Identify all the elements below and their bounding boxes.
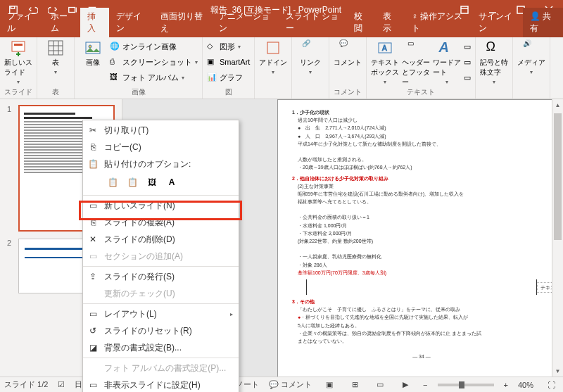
ctx-copy-label: コピー(C) (104, 141, 141, 153)
media-label: メディア (517, 58, 545, 68)
paste-picture[interactable]: 🖼 (144, 174, 160, 191)
tab-review[interactable]: 校閲 (347, 8, 376, 37)
textbox-icon: A (377, 39, 393, 56)
online-pictures-button[interactable]: 🌐オンライン画像 (110, 39, 198, 53)
tab-design[interactable]: デザイン (109, 8, 153, 37)
scissors-icon: ✂ (87, 125, 99, 136)
chart-button[interactable]: 📊グラフ (207, 70, 250, 84)
zoom-out-button[interactable]: − (423, 381, 427, 389)
media-icon: 🔊 (523, 39, 540, 56)
group-addins: アドイン▾ (255, 37, 292, 99)
symbols-label: 記号と特殊文字 (480, 58, 508, 77)
spellcheck-icon[interactable]: ☑ (58, 380, 65, 389)
tab-file[interactable]: ファイル (0, 8, 44, 37)
ctx-separator (83, 303, 239, 304)
slide-text: ・企業々の構築策等は、独自の奨励金制度を作下降傾向が抜本的に止 まとまった試 (298, 329, 551, 337)
smartart-icon: ▣ (207, 57, 217, 67)
table-button[interactable]: 表▾ (42, 39, 70, 75)
text-more-2[interactable]: ▭ (464, 55, 471, 69)
smartart-button[interactable]: ▣SmartArt (207, 55, 250, 69)
ctx-copy[interactable]: ⎘コピー(C) (83, 139, 239, 156)
slide-text: (2)主な対策事業 (298, 182, 551, 190)
ribbon-tabs: ファイル ホーム 挿入 デザイン 画面切り替え アニメーション スライド ショー… (0, 20, 563, 37)
normal-view-icon[interactable]: ▣ (322, 379, 337, 391)
group-addins-label (259, 97, 287, 99)
scroll-down-icon[interactable]: ▼ (552, 365, 563, 377)
ctx-layout[interactable]: ▭レイアウト(L)▸ (83, 305, 239, 322)
wordart-button[interactable]: Aワードアート▾ (433, 39, 461, 85)
paste-keep-source-formatting[interactable]: 📋 (124, 174, 141, 191)
slide-text: ・一人親家庭、乳幼児医療費の無料化 (298, 253, 551, 260)
header-footer-button[interactable]: ▭ヘッダーとフッター (402, 39, 430, 87)
text-more-3[interactable]: ▭ (464, 70, 471, 84)
screenshot-button[interactable]: ⎙スクリーンショット▾ (110, 55, 198, 69)
reading-view-icon[interactable]: ▭ (372, 379, 388, 391)
current-slide[interactable]: 1．少子化の現状 過去10年間で人口は減少し ● 出 生 2,771人→2,01… (277, 99, 563, 377)
new-slide-button[interactable]: 新しいスライド▾ (4, 39, 32, 85)
slide-text: (対象222世帯、約量 数約200世帯) (298, 237, 551, 245)
ctx-publish-slides[interactable]: ⇪スライドの発行(S) (83, 268, 239, 285)
hide-icon: ▭ (87, 379, 99, 391)
tab-slideshow[interactable]: スライド ショー (279, 8, 347, 37)
slide-counter[interactable]: スライド 1/2 (4, 379, 48, 390)
scroll-thumb[interactable] (554, 113, 562, 240)
vertical-scrollbar[interactable]: ▲ ▼ (552, 99, 563, 377)
zoom-level[interactable]: 40% (518, 381, 533, 389)
group-comments: 💬コメント コメント (329, 37, 367, 99)
photo-album-label: フォト アルバム (122, 72, 179, 83)
ctx-format-background[interactable]: ◪背景の書式設定(B)... (83, 339, 239, 356)
tell-me-label: 操作アシスト (412, 11, 462, 33)
photo-album-button[interactable]: 🖼フォト アルバム▾ (110, 70, 198, 84)
shapes-button[interactable]: ◇図形▾ (207, 39, 250, 53)
text-box-button[interactable]: Aテキストボックス▾ (371, 39, 399, 85)
slide-text: 「わたしがこそ 子育てに優し ふるさとはり」をテーマに、従来の取み (298, 305, 551, 313)
ctx-format-background-label: 背景の書式設定(B)... (104, 342, 182, 354)
paste-icon: 📋 (87, 158, 99, 170)
share-button[interactable]: 👤 共有 (523, 8, 563, 37)
addins-button[interactable]: アドイン▾ (259, 39, 287, 75)
slide-text: 人数が増加したと推測される。 (298, 156, 551, 163)
new-slide-icon: ▭ (87, 200, 99, 211)
comments-button[interactable]: 💬 コメント (269, 379, 312, 390)
svg-rect-6 (14, 44, 23, 46)
tab-animations[interactable]: アニメーション (212, 8, 278, 37)
ctx-paste-options-label: 貼り付けのオプション: (104, 158, 191, 170)
ctx-cut[interactable]: ✂切り取り(T) (83, 122, 239, 139)
slide-text: まとはなっていない。 (298, 337, 551, 345)
fit-to-window-icon[interactable]: ⛶ (543, 379, 559, 391)
slide-text: ・下水道料金 2,000円/月 (298, 229, 551, 237)
thumb-1-number: 1 (7, 105, 14, 232)
ctx-reset-slide[interactable]: ↺スライドのリセット(R) (83, 322, 239, 339)
group-illustrations-label: 図 (207, 87, 250, 99)
zoom-slider[interactable] (438, 384, 494, 386)
paste-use-destination-theme[interactable]: 📋 (104, 174, 121, 191)
ctx-duplicate-slide[interactable]: ⎘スライドの複製(A) (83, 214, 239, 231)
ribbon: 新しいスライド▾ スライド 表▾ 表 画像 🌐オンライン画像 ⎙スクリーンショッ… (0, 37, 563, 99)
text-more-1[interactable]: ▭ (464, 39, 471, 53)
slideshow-view-icon[interactable]: ▶ (398, 379, 413, 391)
ctx-hide-slide[interactable]: ▭非表示スライドに設定(H) (83, 377, 239, 392)
scroll-up-icon[interactable]: ▲ (552, 99, 563, 110)
tab-insert[interactable]: 挿入 (80, 8, 109, 37)
media-button[interactable]: 🔊メディア▾ (517, 39, 545, 75)
ctx-photo-album-format-label: フォト アルバムの書式設定(P)... (104, 362, 226, 374)
zoom-slider-knob[interactable] (459, 381, 464, 388)
signin-link[interactable]: サインイン (472, 8, 523, 37)
group-links-label (296, 97, 324, 99)
tell-me[interactable]: ♀ 操作アシスト (405, 8, 472, 37)
symbols-button[interactable]: Ω記号と特殊文字▾ (480, 39, 508, 85)
paste-text-only[interactable]: A (163, 174, 180, 191)
slide-text: ・20歳～39歳人口はほぼ横ばい(約768人→約762人) (298, 163, 551, 171)
tab-home[interactable]: ホーム (44, 8, 80, 37)
ctx-delete-slide[interactable]: ✕スライドの削除(D) (83, 231, 239, 248)
links-button[interactable]: 🔗リンク▾ (296, 39, 324, 75)
ctx-new-slide[interactable]: ▭新しいスライド(N) (83, 197, 239, 214)
group-illustrations: ◇図形▾ ▣SmartArt 📊グラフ 図 (203, 37, 255, 99)
tab-transitions[interactable]: 画面切り替え (153, 8, 213, 37)
slide-sorter-view-icon[interactable]: ⊞ (347, 379, 362, 391)
comment-button[interactable]: 💬コメント (334, 39, 362, 68)
tab-view[interactable]: 表示 (376, 8, 405, 37)
pictures-button[interactable]: 画像 (79, 39, 107, 68)
zoom-in-button[interactable]: + (504, 381, 508, 389)
header-footer-label: ヘッダーとフッター (402, 58, 430, 87)
